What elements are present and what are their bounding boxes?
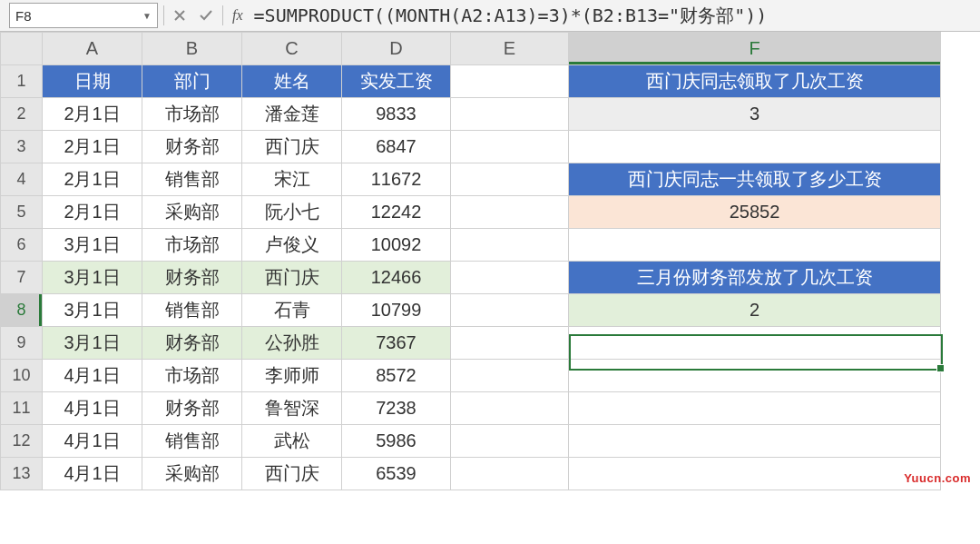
cell[interactable]: 财务部	[142, 262, 242, 294]
cell[interactable]	[451, 262, 569, 294]
cell[interactable]	[451, 196, 569, 229]
cell[interactable]: 4月1日	[43, 360, 142, 392]
cell[interactable]: 5986	[342, 425, 451, 458]
col-header-E[interactable]: E	[451, 33, 569, 65]
cancel-icon[interactable]	[173, 9, 186, 22]
cell[interactable]: 3月1日	[43, 327, 142, 360]
cell[interactable]	[569, 392, 941, 425]
row-header[interactable]: 1	[1, 65, 43, 98]
cell[interactable]	[451, 425, 569, 458]
cell[interactable]: 3月1日	[43, 294, 142, 327]
name-box[interactable]: F8 ▼	[9, 3, 158, 28]
grid-table[interactable]: A B C D E F 1 日期 部门 姓名 实发工资 西门庆同志领取了几次工资…	[0, 32, 941, 490]
row-header[interactable]: 11	[1, 392, 43, 425]
cell[interactable]: 李师师	[242, 360, 342, 392]
cell[interactable]: 财务部	[142, 392, 242, 425]
col-header-A[interactable]: A	[43, 33, 142, 65]
cell[interactable]: 2月1日	[43, 131, 142, 163]
cell[interactable]: 11672	[342, 163, 451, 196]
select-all-corner[interactable]	[1, 33, 43, 65]
cell[interactable]: 西门庆	[242, 131, 342, 163]
cell[interactable]: 卢俊义	[242, 229, 342, 262]
cell[interactable]	[451, 65, 569, 98]
cell[interactable]	[569, 425, 941, 458]
cell[interactable]	[451, 163, 569, 196]
row-header-selected[interactable]: 8	[1, 294, 43, 327]
row-header[interactable]: 9	[1, 327, 43, 360]
col-header-B[interactable]: B	[142, 33, 242, 65]
cell[interactable]: 3月1日	[43, 262, 142, 294]
cell[interactable]: 潘金莲	[242, 98, 342, 131]
cell[interactable]	[451, 98, 569, 131]
cell[interactable]	[569, 131, 941, 163]
row-header[interactable]: 4	[1, 163, 43, 196]
row-header[interactable]: 7	[1, 262, 43, 294]
cell[interactable]	[451, 360, 569, 392]
cell[interactable]: 部门	[142, 65, 242, 98]
cell[interactable]: 12242	[342, 196, 451, 229]
cell[interactable]: 姓名	[242, 65, 342, 98]
cell[interactable]: 财务部	[142, 131, 242, 163]
cell[interactable]: 石青	[242, 294, 342, 327]
row-header[interactable]: 13	[1, 458, 43, 490]
row-header[interactable]: 5	[1, 196, 43, 229]
col-header-F[interactable]: F	[569, 33, 941, 65]
cell[interactable]: 7238	[342, 392, 451, 425]
cell[interactable]: 8572	[342, 360, 451, 392]
cell[interactable]: 西门庆同志一共领取了多少工资	[569, 163, 941, 196]
cell[interactable]	[451, 327, 569, 360]
cell[interactable]: 4月1日	[43, 392, 142, 425]
cell[interactable]: 6847	[342, 131, 451, 163]
cell[interactable]: 西门庆	[242, 458, 342, 490]
cell[interactable]: 公孙胜	[242, 327, 342, 360]
cell[interactable]: 宋江	[242, 163, 342, 196]
cell[interactable]: 2月1日	[43, 196, 142, 229]
cell[interactable]	[451, 392, 569, 425]
cell[interactable]	[569, 458, 941, 490]
formula-input[interactable]: =SUMPRODUCT((MONTH(A2:A13)=3)*(B2:B13="财…	[249, 4, 980, 28]
cell[interactable]: 鲁智深	[242, 392, 342, 425]
row-header[interactable]: 3	[1, 131, 43, 163]
cell[interactable]: 三月份财务部发放了几次工资	[569, 262, 941, 294]
cell[interactable]: 市场部	[142, 360, 242, 392]
cell[interactable]: 市场部	[142, 98, 242, 131]
cell[interactable]: 销售部	[142, 163, 242, 196]
cell[interactable]: 10799	[342, 294, 451, 327]
chevron-down-icon[interactable]: ▼	[142, 11, 152, 21]
cell[interactable]: 市场部	[142, 229, 242, 262]
col-header-C[interactable]: C	[242, 33, 342, 65]
row-header[interactable]: 12	[1, 425, 43, 458]
cell[interactable]: 4月1日	[43, 425, 142, 458]
cell[interactable]	[569, 360, 941, 392]
cell[interactable]	[569, 327, 941, 360]
cell[interactable]: 2月1日	[43, 163, 142, 196]
cell[interactable]: 武松	[242, 425, 342, 458]
cell[interactable]	[451, 458, 569, 490]
cell[interactable]: 4月1日	[43, 458, 142, 490]
fx-icon[interactable]: fx	[223, 7, 249, 24]
confirm-icon[interactable]	[199, 9, 213, 22]
cell[interactable]: 3月1日	[43, 229, 142, 262]
cell[interactable]: 9833	[342, 98, 451, 131]
cell[interactable]	[451, 131, 569, 163]
cell[interactable]	[569, 229, 941, 262]
cell[interactable]	[451, 229, 569, 262]
cell[interactable]: 采购部	[142, 196, 242, 229]
cell[interactable]: 采购部	[142, 458, 242, 490]
cell[interactable]: 10092	[342, 229, 451, 262]
cell[interactable]: 阮小七	[242, 196, 342, 229]
cell[interactable]: 6539	[342, 458, 451, 490]
cell[interactable]: 日期	[43, 65, 142, 98]
cell[interactable]: 12466	[342, 262, 451, 294]
cell[interactable]: 财务部	[142, 327, 242, 360]
row-header[interactable]: 2	[1, 98, 43, 131]
cell-active-F8[interactable]: 2	[569, 294, 941, 327]
cell[interactable]: 西门庆同志领取了几次工资	[569, 65, 941, 98]
cell[interactable]: 7367	[342, 327, 451, 360]
row-header[interactable]: 10	[1, 360, 43, 392]
cell[interactable]: 实发工资	[342, 65, 451, 98]
row-header[interactable]: 6	[1, 229, 43, 262]
col-header-D[interactable]: D	[342, 33, 451, 65]
cell[interactable]: 2月1日	[43, 98, 142, 131]
cell[interactable]: 销售部	[142, 294, 242, 327]
